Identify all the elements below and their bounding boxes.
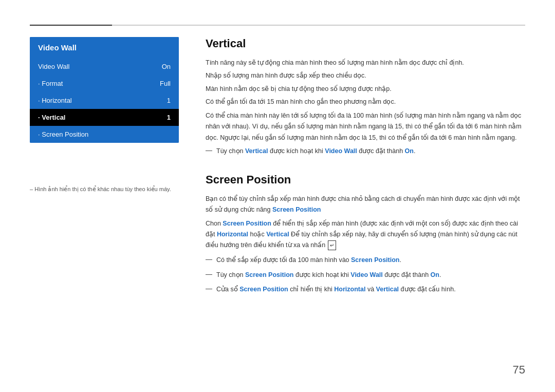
sidebar-item-label: · Screen Position — [38, 130, 88, 138]
screen-pos-dash-text-1: Có thể sắp xếp được tối đa 100 màn hình … — [216, 255, 401, 266]
highlight-screen-pos-1: Screen Position — [272, 206, 321, 213]
sidebar-item-vertical[interactable]: · Vertical 1 — [30, 109, 179, 126]
dash-icon-3: ― — [206, 285, 212, 297]
screen-pos-dash-text-3: Cửa sổ Screen Position chỉ hiển thị khi … — [216, 284, 456, 295]
page-number: 75 — [513, 363, 525, 377]
screen-pos-dash-text-2: Tùy chọn Screen Position được kích hoạt … — [216, 270, 441, 281]
highlight-sp-2: Screen Position — [245, 271, 293, 278]
section-vertical-title: Vertical — [206, 37, 525, 50]
sidebar-item-screen-position[interactable]: · Screen Position — [30, 126, 179, 143]
vertical-para-3: Màn hình nằm dọc sẽ bị chia tự động theo… — [206, 84, 525, 95]
screen-position-para-2: Chon Screen Position để hiển thị sắp xếp… — [206, 218, 525, 251]
highlight-sp-3: Screen Position — [239, 286, 288, 293]
dash-icon-1: ― — [206, 255, 212, 268]
screen-pos-dash-2: ― Tùy chọn Screen Position được kích hoạ… — [206, 270, 525, 283]
vertical-para-4: Có thể gắn tối đa tới 15 màn hình cho gắ… — [206, 97, 525, 107]
screen-pos-dash-1: ― Có thể sắp xếp được tối đa 100 màn hìn… — [206, 255, 525, 268]
highlight-vw-2: Video Wall — [350, 271, 383, 278]
highlight-screen-pos-2: Screen Position — [223, 220, 271, 227]
vertical-para-1: Tính năng này sẽ tự động chia màn hình t… — [206, 58, 525, 68]
screen-pos-dash-3: ― Cửa sổ Screen Position chỉ hiển thị kh… — [206, 284, 525, 297]
sidebar-item-format[interactable]: · Format Full — [30, 75, 179, 92]
vertical-dash-note: ― Tùy chọn Vertical được kích hoạt khi V… — [206, 146, 525, 159]
sidebar-item-value: 1 — [167, 114, 171, 121]
sidebar-item-value: Full — [160, 80, 171, 87]
enter-icon: ↵ — [328, 240, 336, 250]
sidebar-item-label: · Horizontal — [38, 97, 72, 104]
sidebar-note: – Hình ảnh hiển thị có thể khác nhau tùy… — [30, 185, 179, 194]
sidebar-title: Video Wall — [30, 37, 179, 58]
top-line-accent — [30, 25, 112, 26]
sidebar-item-video-wall[interactable]: Video Wall On — [30, 58, 179, 75]
highlight-hz: Horizontal — [334, 286, 365, 293]
highlight-videowall: Video Wall — [325, 147, 357, 155]
dash-icon-2: ― — [206, 270, 212, 283]
highlight-on-2: On — [431, 271, 439, 278]
vertical-para-2: Nhập số lượng màn hình được sắp xếp theo… — [206, 70, 525, 81]
sidebar-item-label: · Vertical — [38, 114, 65, 121]
highlight-horizontal: Horizontal — [217, 231, 248, 238]
highlight-on: On — [405, 147, 414, 155]
section-screen-position: Screen Position Bạn có thể tùy chỉnh sắp… — [206, 173, 525, 297]
sidebar-item-value: On — [162, 63, 171, 70]
vertical-para-5: Có thể chia màn hình này lên tới số lượn… — [206, 110, 525, 143]
sidebar-item-value: 1 — [167, 97, 171, 104]
sidebar: Video Wall Video Wall On · Format Full ·… — [30, 37, 179, 143]
section-screen-position-title: Screen Position — [206, 173, 525, 186]
highlight-vertical-2: Vertical — [266, 231, 289, 238]
sidebar-item-horizontal[interactable]: · Horizontal 1 — [30, 92, 179, 109]
sidebar-item-label: Video Wall — [38, 63, 69, 70]
highlight-vertical: Vertical — [245, 147, 268, 155]
highlight-sp-1: Screen Position — [351, 256, 399, 264]
vertical-dash-text: Tùy chọn Vertical được kích hoạt khi Vid… — [216, 146, 415, 157]
main-content: Vertical Tính năng này sẽ tự động chia m… — [206, 37, 525, 362]
highlight-vt: Vertical — [376, 286, 399, 293]
dash-icon: ― — [206, 146, 212, 159]
screen-position-para-1: Bạn có thể tùy chỉnh sắp xếp màn hình đư… — [206, 194, 525, 216]
section-vertical: Vertical Tính năng này sẽ tự động chia m… — [206, 37, 525, 159]
sidebar-item-label: · Format — [38, 80, 63, 87]
